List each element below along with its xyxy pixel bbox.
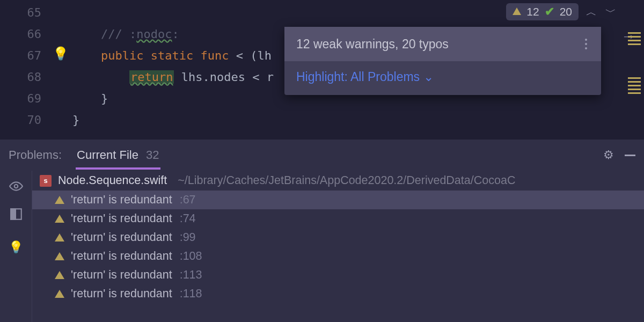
file-path: ~/Library/Caches/JetBrains/AppCode2020.2… — [178, 174, 515, 187]
tab-current-file[interactable]: Current File 32 — [77, 148, 159, 162]
highlight-value: All Problems — [350, 70, 420, 84]
gear-icon[interactable]: ⚙ — [603, 148, 614, 162]
line-number: 66 — [0, 24, 41, 45]
problem-text: 'return' is redundant — [71, 231, 172, 244]
line-number: 68 — [0, 67, 41, 88]
warning-icon — [513, 8, 521, 15]
warning-icon — [55, 233, 64, 241]
problem-text: 'return' is redundant — [71, 287, 172, 301]
file-name: Node.Sequence.swift — [58, 174, 167, 187]
stripe[interactable] — [628, 43, 641, 45]
line-number: 69 — [0, 88, 41, 109]
stripe[interactable] — [628, 89, 641, 90]
highlight-level-row[interactable]: Highlight: All Problems ⌄ — [284, 61, 601, 95]
warning-icon — [55, 215, 64, 223]
popup-header[interactable]: 12 weak warnings, 20 typos — [284, 27, 601, 61]
stripe[interactable] — [628, 32, 641, 34]
check-icon: ✔ — [545, 5, 554, 19]
problem-text: 'return' is redundant — [71, 212, 172, 225]
inspection-status-widget[interactable]: 12 ✔ 20 ︿ ﹀ — [506, 3, 617, 20]
next-problem-chevron[interactable]: ﹀ — [604, 5, 617, 19]
svg-rect-2 — [11, 209, 16, 219]
code-rest: lhs.nodes < r — [174, 70, 273, 84]
inspection-popup: 12 weak warnings, 20 typos Highlight: Al… — [284, 27, 601, 95]
file-header[interactable]: s Node.Sequence.swift ~/Library/Caches/J… — [32, 171, 644, 191]
prev-problem-chevron[interactable]: ︿ — [585, 5, 598, 19]
line-number: 67 — [0, 45, 41, 67]
stripe[interactable] — [628, 85, 641, 86]
warning-icon — [55, 290, 64, 298]
problem-line: :113 — [180, 268, 202, 282]
code-indent — [72, 70, 129, 84]
code-rest: < (lh — [229, 49, 271, 62]
problem-row[interactable]: 'return' is redundant:67 — [32, 191, 644, 209]
more-menu-icon[interactable] — [583, 36, 589, 52]
problems-list: s Node.Sequence.swift ~/Library/Caches/J… — [32, 171, 644, 322]
problem-text: 'return' is redundant — [71, 250, 172, 263]
warning-icon — [55, 196, 64, 204]
typo-count: 20 — [560, 5, 572, 18]
popup-summary: 12 weak warnings, 20 typos — [296, 37, 449, 52]
code-comment-nodoc: nodoc — [136, 27, 172, 41]
error-stripe-markers[interactable] — [628, 32, 641, 96]
swift-file-icon: s — [40, 175, 52, 187]
problem-row[interactable]: 'return' is redundant:118 — [32, 284, 644, 303]
problem-row[interactable]: 'return' is redundant:108 — [32, 247, 644, 266]
problem-text: 'return' is redundant — [71, 268, 172, 282]
problem-line: :118 — [180, 287, 202, 301]
status-pill[interactable]: 12 ✔ 20 — [506, 3, 579, 20]
problem-line: :108 — [180, 250, 202, 263]
tab-current-file-label: Current File — [77, 148, 138, 162]
problems-sidebar: 💡 — [0, 171, 32, 322]
problems-tabs: Problems: Current File 32 ⚙ — [0, 140, 644, 171]
stripe[interactable] — [628, 81, 641, 83]
problems-body: 💡 s Node.Sequence.swift ~/Library/Caches… — [0, 171, 644, 322]
problem-row[interactable]: 'return' is redundant:113 — [32, 266, 644, 284]
problem-line: :99 — [180, 231, 196, 244]
chevron-down-icon: ⌄ — [423, 70, 434, 84]
intention-bulb-icon[interactable]: 💡 — [9, 240, 23, 254]
stripe[interactable] — [628, 36, 641, 38]
kw-public: public — [101, 49, 143, 62]
problem-row[interactable]: 'return' is redundant:74 — [32, 209, 644, 228]
preview-icon[interactable] — [9, 179, 23, 195]
kw-return-highlighted: return — [129, 70, 174, 84]
tab-count: 32 — [146, 148, 159, 162]
line-number: 65 — [0, 2, 41, 24]
layout-icon[interactable] — [9, 207, 23, 223]
problems-label: Problems: — [9, 148, 62, 162]
warning-icon — [55, 271, 64, 279]
code-comment: /// : — [72, 27, 136, 41]
problems-panel: Problems: Current File 32 ⚙ 💡 s Node.Seq… — [0, 140, 644, 322]
problem-text: 'return' is redundant — [71, 193, 172, 207]
minimize-icon[interactable] — [625, 155, 635, 156]
code-empty — [72, 131, 644, 140]
highlight-label: Highlight: — [296, 70, 348, 84]
kw-static: static — [143, 49, 193, 62]
warning-count: 12 — [526, 5, 539, 18]
svg-point-0 — [14, 185, 18, 188]
stripe[interactable] — [628, 40, 641, 41]
problem-row[interactable]: 'return' is redundant:99 — [32, 228, 644, 247]
kw-func: func — [193, 49, 229, 62]
code-comment-suffix: : — [172, 27, 179, 41]
intention-bulb-icon[interactable]: 💡 — [53, 46, 69, 61]
gutter: 65 66 67 68 69 70 — [0, 0, 51, 140]
stripe[interactable] — [628, 92, 641, 94]
code-brace: } — [72, 109, 644, 131]
problem-line: :74 — [180, 212, 196, 225]
line-number: 70 — [0, 109, 41, 131]
warning-icon — [55, 252, 64, 260]
stripe[interactable] — [628, 77, 641, 79]
problem-line: :67 — [180, 193, 196, 207]
